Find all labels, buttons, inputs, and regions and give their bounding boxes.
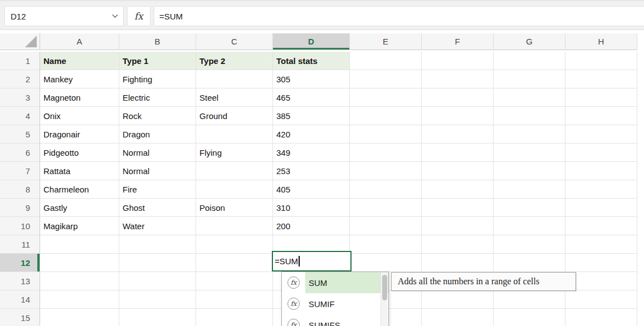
dropdown-scrollbar[interactable] xyxy=(380,273,388,326)
cell-H3[interactable] xyxy=(565,88,637,107)
cell-B12[interactable] xyxy=(119,254,196,272)
cell-F8[interactable] xyxy=(422,180,494,199)
cell-A10[interactable]: Magikarp xyxy=(40,217,119,235)
cell-F7[interactable] xyxy=(422,162,494,180)
cell-C10[interactable] xyxy=(196,217,273,235)
cell-A12[interactable] xyxy=(40,254,119,272)
cell-A2[interactable]: Mankey xyxy=(40,70,119,88)
autocomplete-item-sum[interactable]: fxSUM xyxy=(282,272,388,293)
cell-G4[interactable] xyxy=(494,107,565,125)
name-box[interactable]: D12 xyxy=(4,6,124,26)
cell-A8[interactable]: Charmeleon xyxy=(40,180,119,199)
cell-F3[interactable] xyxy=(422,88,494,107)
insert-function-button[interactable]: fx xyxy=(127,6,150,26)
cell-C4[interactable]: Ground xyxy=(196,107,273,125)
cell-C7[interactable] xyxy=(196,162,273,180)
cell-E6[interactable] xyxy=(350,144,422,162)
column-header-G[interactable]: G xyxy=(494,33,565,50)
autocomplete-item-sumifs[interactable]: fxSUMIFS xyxy=(282,314,388,326)
cell-C15[interactable] xyxy=(196,309,273,326)
cell-A14[interactable] xyxy=(40,290,119,309)
cell-B2[interactable]: Fighting xyxy=(119,70,196,88)
row-header-12[interactable]: 12 xyxy=(0,254,40,272)
column-header-E[interactable]: E xyxy=(350,33,422,50)
cell-G7[interactable] xyxy=(494,162,565,180)
cell-B13[interactable] xyxy=(119,272,196,290)
row-header-10[interactable]: 10 xyxy=(0,217,40,235)
cell-B14[interactable] xyxy=(119,290,196,309)
cell-A11[interactable] xyxy=(40,235,119,254)
cell-A4[interactable]: Onix xyxy=(40,107,119,125)
cell-B6[interactable]: Normal xyxy=(119,144,196,162)
cell-H5[interactable] xyxy=(565,125,637,144)
cell-H11[interactable] xyxy=(565,235,637,254)
cell-G5[interactable] xyxy=(494,125,565,144)
cell-H13[interactable] xyxy=(565,272,637,290)
row-header-11[interactable]: 11 xyxy=(0,235,40,254)
row-header-8[interactable]: 8 xyxy=(0,180,40,199)
cell-A13[interactable] xyxy=(40,272,119,290)
cell-G14[interactable] xyxy=(494,290,565,309)
cell-C5[interactable] xyxy=(196,125,273,144)
row-header-6[interactable]: 6 xyxy=(0,144,40,162)
chevron-down-icon[interactable] xyxy=(112,14,118,18)
cell-C8[interactable] xyxy=(196,180,273,199)
cell-E11[interactable] xyxy=(350,235,422,254)
cell-E5[interactable] xyxy=(350,125,422,144)
cell-D8[interactable]: 405 xyxy=(273,180,350,199)
cell-B11[interactable] xyxy=(119,235,196,254)
cell-H12[interactable] xyxy=(565,254,637,272)
cell-D4[interactable]: 385 xyxy=(273,107,350,125)
cell-G2[interactable] xyxy=(494,70,565,88)
cell-A1[interactable]: Name xyxy=(40,52,119,70)
cell-C12[interactable] xyxy=(196,254,273,272)
row-header-4[interactable]: 4 xyxy=(0,107,40,125)
active-cell-editor[interactable]: =SUM xyxy=(272,251,352,271)
cell-G9[interactable] xyxy=(494,199,565,217)
cell-G6[interactable] xyxy=(494,144,565,162)
cell-H7[interactable] xyxy=(565,162,637,180)
autocomplete-item-sumif[interactable]: fxSUMIF xyxy=(282,293,388,314)
row-header-7[interactable]: 7 xyxy=(0,162,40,180)
select-all-corner[interactable] xyxy=(0,33,40,50)
cell-C2[interactable] xyxy=(196,70,273,88)
cell-D7[interactable]: 253 xyxy=(273,162,350,180)
cell-E12[interactable] xyxy=(350,254,422,272)
cell-E9[interactable] xyxy=(350,199,422,217)
cell-G3[interactable] xyxy=(494,88,565,107)
cell-F15[interactable] xyxy=(422,309,494,326)
row-header-1[interactable]: 1 xyxy=(0,52,40,70)
row-header-13[interactable]: 13 xyxy=(0,272,40,290)
cell-F1[interactable] xyxy=(422,52,494,70)
row-header-3[interactable]: 3 xyxy=(0,88,40,107)
cell-C11[interactable] xyxy=(196,235,273,254)
column-header-A[interactable]: A xyxy=(40,33,119,50)
column-header-B[interactable]: B xyxy=(119,33,196,50)
cell-D5[interactable]: 420 xyxy=(273,125,350,144)
cell-A5[interactable]: Dragonair xyxy=(40,125,119,144)
cell-D6[interactable]: 349 xyxy=(273,144,350,162)
cell-B8[interactable]: Fire xyxy=(119,180,196,199)
cell-F6[interactable] xyxy=(422,144,494,162)
cell-F5[interactable] xyxy=(422,125,494,144)
cell-B7[interactable]: Normal xyxy=(119,162,196,180)
column-header-D[interactable]: D xyxy=(273,33,350,50)
cell-F10[interactable] xyxy=(422,217,494,235)
cell-G11[interactable] xyxy=(494,235,565,254)
cell-B1[interactable]: Type 1 xyxy=(119,52,196,70)
cell-C6[interactable]: Flying xyxy=(196,144,273,162)
row-header-9[interactable]: 9 xyxy=(0,199,40,217)
cell-A3[interactable]: Magneton xyxy=(40,88,119,107)
cell-H14[interactable] xyxy=(565,290,637,309)
row-header-5[interactable]: 5 xyxy=(0,125,40,144)
cell-F14[interactable] xyxy=(422,290,494,309)
cell-A15[interactable] xyxy=(40,309,119,326)
column-header-H[interactable]: H xyxy=(565,33,637,50)
cell-E8[interactable] xyxy=(350,180,422,199)
cell-A7[interactable]: Rattata xyxy=(40,162,119,180)
cell-D10[interactable]: 200 xyxy=(273,217,350,235)
cell-F2[interactable] xyxy=(422,70,494,88)
cell-H10[interactable] xyxy=(565,217,637,235)
cell-F9[interactable] xyxy=(422,199,494,217)
cell-H9[interactable] xyxy=(565,199,637,217)
